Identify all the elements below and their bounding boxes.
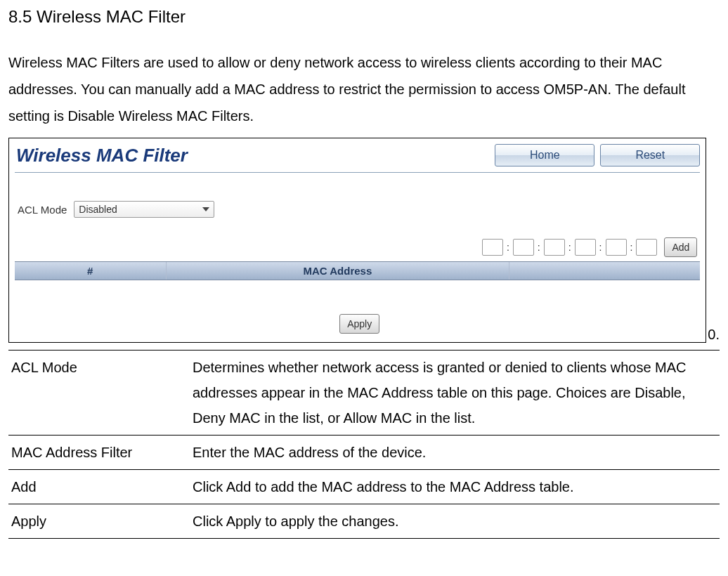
row-text: Enter the MAC address of the device. — [193, 440, 720, 465]
acl-mode-row: ACL Mode Disabled — [18, 201, 700, 218]
apply-button[interactable]: Apply — [339, 314, 379, 334]
row-label: Add — [8, 474, 193, 499]
figure-suffix-text: 0. — [706, 327, 720, 343]
screenshot-header: Wireless MAC Filter Home Reset — [15, 143, 700, 173]
column-mac-header: MAC Address — [167, 262, 510, 280]
column-number-header: # — [15, 262, 167, 280]
mac-segment-input[interactable] — [544, 239, 565, 256]
acl-mode-label: ACL Mode — [18, 204, 67, 216]
acl-mode-select[interactable]: Disabled — [74, 201, 214, 218]
add-button[interactable]: Add — [664, 237, 697, 257]
colon-separator: : — [599, 242, 603, 253]
home-button[interactable]: Home — [495, 144, 594, 166]
row-text: Click Apply to apply the changes. — [193, 509, 720, 534]
apply-row: Apply — [15, 314, 700, 334]
mac-input-row: : : : : : Add — [15, 233, 700, 261]
screenshot-box: Wireless MAC Filter Home Reset ACL Mode … — [8, 138, 706, 343]
description-table: ACL Mode Determines whether network acce… — [8, 350, 720, 539]
mac-segment-input[interactable] — [575, 239, 596, 256]
reset-button[interactable]: Reset — [600, 144, 700, 166]
mac-segment-input[interactable] — [482, 239, 503, 256]
panel-title: Wireless MAC Filter — [15, 145, 188, 166]
screenshot-figure: Wireless MAC Filter Home Reset ACL Mode … — [8, 138, 720, 343]
row-label: MAC Address Filter — [8, 440, 193, 465]
colon-separator: : — [568, 242, 572, 253]
table-row: MAC Address Filter Enter the MAC address… — [8, 435, 720, 469]
row-text: Determines whether network access is gra… — [193, 355, 720, 431]
colon-separator: : — [537, 242, 541, 253]
table-row: ACL Mode Determines whether network acce… — [8, 350, 720, 435]
mac-segment-input[interactable] — [513, 239, 534, 256]
mac-segment-input[interactable] — [636, 239, 657, 256]
chevron-down-icon — [202, 207, 209, 211]
mac-segment-input[interactable] — [606, 239, 627, 256]
table-row: Add Click Add to add the MAC address to … — [8, 469, 720, 504]
section-heading: 8.5 Wireless MAC Filter — [8, 7, 720, 27]
mac-table-header: # MAC Address — [15, 261, 700, 280]
table-row: Apply Click Apply to apply the changes. — [8, 504, 720, 539]
row-text: Click Add to add the MAC address to the … — [193, 474, 720, 499]
row-label: ACL Mode — [8, 355, 193, 431]
panel-top-buttons: Home Reset — [495, 144, 700, 166]
intro-paragraph: Wireless MAC Filters are used to allow o… — [8, 49, 720, 129]
row-label: Apply — [8, 509, 193, 534]
acl-mode-value: Disabled — [79, 204, 117, 215]
column-blank-header — [509, 262, 700, 280]
colon-separator: : — [506, 242, 510, 253]
colon-separator: : — [630, 242, 634, 253]
